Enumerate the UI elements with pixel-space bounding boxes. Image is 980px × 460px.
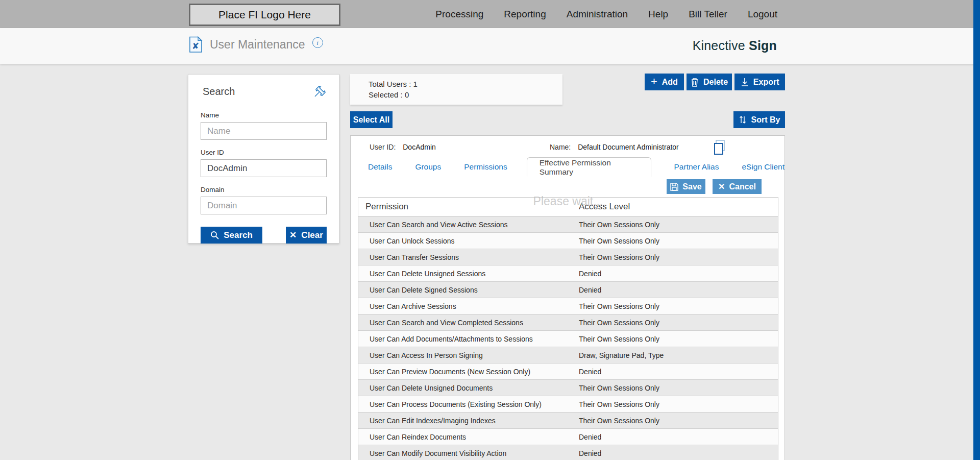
permission-cell: User Can Access In Person Signing [358, 351, 578, 359]
kinective-sign-logo: Kinective Sign [693, 38, 777, 53]
access-level-cell: Denied [578, 449, 778, 457]
permission-cell: User Can Transfer Sessions [358, 253, 578, 261]
access-level-cell: Denied [578, 286, 778, 294]
name-field-label: Name: [550, 143, 571, 151]
brand-regular: Kinective [693, 38, 745, 53]
clear-x-icon: ✕ [289, 230, 297, 240]
fi-logo-placeholder: Place FI Logo Here [189, 4, 340, 26]
user-card-header: User ID: DocAdmin Name: Default Document… [351, 136, 785, 157]
domain-input[interactable] [201, 197, 327, 214]
export-button[interactable]: Export [734, 74, 785, 90]
vertical-scrollbar[interactable] [973, 0, 980, 460]
menu-bill-teller[interactable]: Bill Teller [689, 9, 727, 20]
fi-logo-text: Place FI Logo Here [218, 9, 311, 21]
table-row[interactable]: User Can Modify Document Visibility Acti… [358, 445, 778, 460]
sort-by-button[interactable]: Sort By [733, 111, 785, 128]
access-level-cell: Denied [578, 270, 778, 278]
permission-cell: User Can Unlock Sessions [358, 237, 578, 245]
user-id-input[interactable] [201, 159, 327, 177]
access-level-cell: Their Own Sessions Only [578, 384, 778, 392]
menu-reporting[interactable]: Reporting [504, 9, 546, 20]
table-row[interactable]: User Can Delete Unsigned Documents Their… [358, 380, 778, 396]
table-row[interactable]: User Can Search and View Active Sessions… [358, 216, 778, 233]
clear-button[interactable]: ✕ Clear [286, 227, 327, 244]
pin-icon[interactable] [313, 85, 327, 98]
table-row[interactable]: User Can Archive Sessions Their Own Sess… [358, 298, 778, 314]
trash-icon [691, 78, 699, 87]
delete-button[interactable]: Delete [687, 74, 732, 90]
save-button[interactable]: Save [667, 179, 705, 194]
permissions-table-header: Permission Access Level [358, 198, 778, 216]
name-value: Default Document Administrator [578, 143, 679, 151]
table-row[interactable]: User Can Process Documents (Existing Ses… [358, 396, 778, 413]
user-card-tabs: Details Groups Permissions Effective Per… [351, 157, 785, 177]
menu-administration[interactable]: Administration [567, 9, 628, 20]
clear-button-label: Clear [301, 230, 323, 240]
search-panel-title: Search [201, 84, 235, 98]
table-row[interactable]: User Can Search and View Completed Sessi… [358, 314, 778, 331]
permission-cell: User Can Delete Signed Sessions [358, 286, 578, 294]
user-maintenance-icon: ✘ [189, 36, 203, 53]
cancel-x-icon: ✕ [718, 182, 725, 191]
access-level-cell: Their Own Sessions Only [578, 400, 778, 408]
permissions-table-body: User Can Search and View Active Sessions… [358, 216, 778, 460]
table-row[interactable]: User Can Access In Person Signing Draw, … [358, 347, 778, 364]
name-input[interactable] [201, 122, 327, 140]
cancel-button[interactable]: ✕ Cancel [713, 179, 762, 194]
tab-details[interactable]: Details [368, 162, 392, 172]
tab-permissions[interactable]: Permissions [464, 162, 507, 172]
user-id-value: DocAdmin [403, 143, 436, 151]
top-menu: Processing Reporting Administration Help… [435, 0, 777, 28]
tab-esign-client[interactable]: eSign Client [742, 162, 785, 172]
sort-arrows-icon [739, 115, 747, 124]
permission-cell: User Can Edit Indexes/Imaging Indexes [358, 417, 578, 425]
add-button[interactable]: + Add [645, 74, 684, 90]
menu-processing[interactable]: Processing [435, 9, 483, 20]
top-navigation-bar: Place FI Logo Here Processing Reporting … [0, 0, 980, 28]
table-row[interactable]: User Can Preview Documents (New Session … [358, 364, 778, 380]
page-title: User Maintenance [210, 38, 305, 52]
tab-groups[interactable]: Groups [415, 162, 441, 172]
top-action-buttons: + Add Delete Export [645, 74, 785, 90]
permission-cell: User Can Add Documents/Attachments to Se… [358, 335, 578, 343]
delete-button-label: Delete [703, 78, 728, 87]
access-level-cell: Draw, Signature Pad, Type [578, 351, 778, 359]
table-row[interactable]: User Can Delete Signed Sessions Denied [358, 282, 778, 298]
access-level-cell: Their Own Sessions Only [578, 319, 778, 327]
menu-logout[interactable]: Logout [748, 9, 777, 20]
column-access-level: Access Level [578, 202, 778, 212]
tab-partner-alias[interactable]: Partner Alias [674, 162, 719, 172]
permission-cell: User Can Delete Unsigned Documents [358, 384, 578, 392]
select-all-label: Select All [353, 115, 389, 125]
plus-icon: + [651, 76, 657, 87]
page-header: ✘ User Maintenance i Kinective Sign [0, 28, 980, 64]
table-row[interactable]: User Can Add Documents/Attachments to Se… [358, 331, 778, 347]
save-cancel-row: Save ✕ Cancel [351, 177, 785, 197]
permission-cell: User Can Process Documents (Existing Ses… [358, 400, 578, 408]
table-row[interactable]: User Can Reindex Documents Denied [358, 429, 778, 445]
permission-cell: User Can Archive Sessions [358, 302, 578, 310]
search-button[interactable]: Search [201, 227, 262, 244]
select-all-button[interactable]: Select All [350, 111, 393, 128]
save-disk-icon [670, 183, 678, 191]
search-icon [210, 231, 219, 239]
access-level-cell: Their Own Sessions Only [578, 237, 778, 245]
menu-help[interactable]: Help [648, 9, 668, 20]
table-row[interactable]: User Can Transfer Sessions Their Own Ses… [358, 249, 778, 265]
info-icon[interactable]: i [312, 37, 323, 48]
total-users-label: Total Users : [369, 80, 411, 88]
permissions-table: Please wait... Permission Access Level U… [358, 197, 778, 460]
tab-effective-permission-summary[interactable]: Effective Permission Summary [527, 157, 651, 177]
table-row[interactable]: User Can Edit Indexes/Imaging Indexes Th… [358, 413, 778, 429]
table-row[interactable]: User Can Unlock Sessions Their Own Sessi… [358, 233, 778, 249]
user-id-label: User ID [201, 149, 327, 156]
access-level-cell: Their Own Sessions Only [578, 417, 778, 425]
table-row[interactable]: User Can Delete Unsigned Sessions Denied [358, 265, 778, 282]
access-level-cell: Denied [578, 433, 778, 441]
permission-cell: User Can Search and View Active Sessions [358, 221, 578, 229]
permission-cell: User Can Delete Unsigned Sessions [358, 270, 578, 278]
copy-icon[interactable] [712, 139, 727, 156]
brand-bold: Sign [749, 38, 777, 53]
permission-cell: User Can Reindex Documents [358, 433, 578, 441]
domain-label: Domain [201, 186, 327, 193]
